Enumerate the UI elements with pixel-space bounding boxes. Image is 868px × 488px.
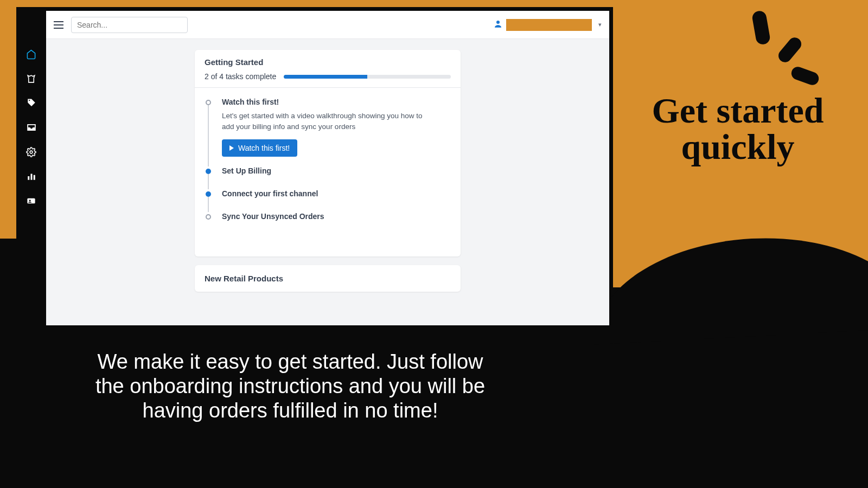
topbar: ▾ <box>46 11 609 39</box>
menu-toggle-icon[interactable] <box>54 21 63 29</box>
main-content: Getting Started 2 of 4 tasks complete Wa… <box>46 39 609 311</box>
card-title: Getting Started <box>205 57 451 67</box>
svg-point-6 <box>29 200 31 201</box>
user-icon <box>493 19 503 31</box>
getting-started-card: Getting Started 2 of 4 tasks complete Wa… <box>195 50 461 256</box>
task-desc: Let's get started with a video walkthrou… <box>222 111 423 132</box>
nav-chart-icon[interactable] <box>26 171 37 182</box>
nav-inbox-icon[interactable] <box>26 122 37 133</box>
task-title: Watch this first! <box>222 98 451 106</box>
task-title: Connect your first channel <box>222 189 451 198</box>
svg-point-7 <box>496 21 500 24</box>
status-dot-done-icon <box>206 191 211 197</box>
svg-rect-5 <box>27 198 35 203</box>
progress-bar <box>284 75 451 79</box>
svg-rect-3 <box>30 174 32 180</box>
progress-fill <box>284 75 367 79</box>
task-watch-first[interactable]: Watch this first! Let's get started with… <box>205 98 451 166</box>
user-name-redacted <box>506 19 592 31</box>
play-icon <box>229 145 234 151</box>
button-label: Watch this first! <box>238 144 290 152</box>
hero-headline: Get started quickly <box>624 92 852 165</box>
app-window: ▾ Getting Started 2 of 4 tasks complete … <box>46 11 609 325</box>
nav-id-icon[interactable] <box>26 195 37 206</box>
search-input[interactable] <box>71 17 188 33</box>
card-title: New Retail Products <box>205 274 451 283</box>
nav-home-icon[interactable] <box>26 49 37 60</box>
task-connect-channel[interactable]: Connect your first channel <box>205 189 451 212</box>
task-title: Sync Your Unsynced Orders <box>222 212 451 221</box>
status-dot-open-icon <box>206 100 211 105</box>
nav-gear-icon[interactable] <box>26 146 37 157</box>
chevron-down-icon: ▾ <box>598 21 602 28</box>
task-title: Set Up Billing <box>222 166 451 175</box>
watch-first-button[interactable]: Watch this first! <box>222 139 297 157</box>
progress-label: 2 of 4 tasks complete <box>205 72 276 81</box>
new-retail-products-card: New Retail Products <box>195 265 461 292</box>
task-sync-orders[interactable]: Sync Your Unsynced Orders <box>205 212 451 235</box>
svg-rect-4 <box>33 175 35 180</box>
svg-point-1 <box>30 151 33 153</box>
marketing-subtext: We make it easy to get started. Just fol… <box>81 350 499 422</box>
nav-shirt-icon[interactable] <box>26 73 37 84</box>
task-list: Watch this first! Let's get started with… <box>195 88 461 256</box>
nav-tag-icon[interactable] <box>26 98 37 108</box>
task-setup-billing[interactable]: Set Up Billing <box>205 166 451 189</box>
svg-rect-2 <box>28 176 29 180</box>
sidebar-nav <box>16 11 46 325</box>
status-dot-open-icon <box>206 214 211 220</box>
status-dot-done-icon <box>206 169 211 174</box>
user-menu[interactable]: ▾ <box>493 19 602 31</box>
